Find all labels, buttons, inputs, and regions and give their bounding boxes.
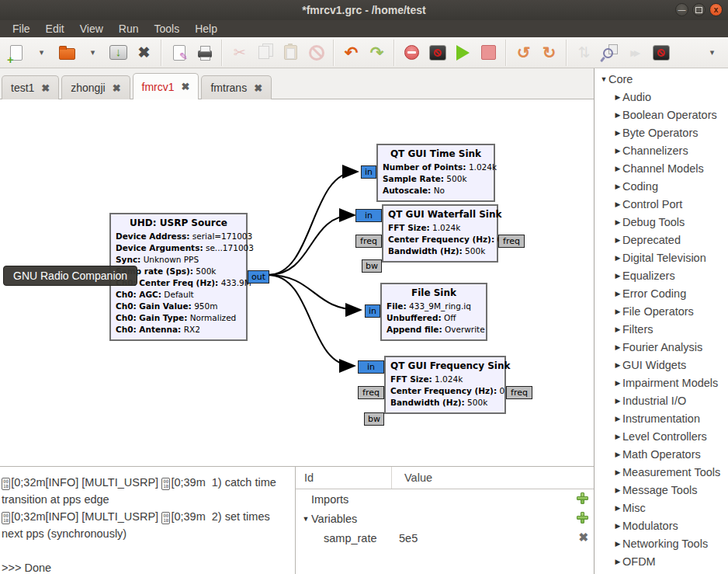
menu-help[interactable]: Help [187, 23, 225, 35]
expand-triangle-icon[interactable]: ▶ [613, 361, 622, 369]
copy-icon[interactable] [255, 42, 276, 64]
expand-triangle-icon[interactable]: ▶ [613, 451, 622, 458]
expand-triangle-icon[interactable]: ▶ [613, 308, 622, 315]
tree-category-core[interactable]: ▼Core [595, 70, 728, 88]
expand-triangle-icon[interactable]: ▶ [613, 165, 622, 172]
find-block-icon[interactable] [599, 42, 620, 64]
new-file-icon[interactable]: + [5, 42, 26, 64]
tree-category-ofdm[interactable]: ▶OFDM [595, 552, 728, 570]
paste-icon[interactable] [280, 42, 301, 64]
show-disabled-blocks-icon[interactable]: ▸▸ [625, 42, 646, 64]
generate-icon[interactable] [427, 42, 448, 64]
tree-category-gui-widgets[interactable]: ▶GUI Widgets [595, 356, 728, 374]
tree-category-filters[interactable]: ▶Filters [595, 320, 728, 338]
tree-category-industrial-i-o[interactable]: ▶Industrial I/O [595, 391, 728, 409]
variable-row-samp_rate[interactable]: samp_rate5e5✖ [296, 528, 594, 548]
tree-category-byte-operators[interactable]: ▶Byte Operators [595, 123, 728, 141]
expand-triangle-icon[interactable]: ▶ [613, 522, 622, 530]
tree-category-networking-tools[interactable]: ▶Networking Tools [595, 534, 728, 552]
close-tab-icon[interactable]: ✖ [182, 82, 190, 92]
tree-category-misc[interactable]: ▶Misc [595, 499, 728, 517]
expand-triangle-icon[interactable]: ▶ [613, 415, 622, 423]
tree-category-equalizers[interactable]: ▶Equalizers [595, 266, 728, 284]
collapse-triangle-icon[interactable]: ▼ [300, 515, 311, 523]
tree-category-fourier-analysis[interactable]: ▶Fourier Analysis [595, 338, 728, 356]
tree-category-measurement-tools[interactable]: ▶Measurement Tools [595, 463, 728, 481]
expand-triangle-icon[interactable]: ▶ [613, 236, 622, 244]
close-tab-icon[interactable]: ✖ [133, 42, 154, 64]
expand-triangle-icon[interactable]: ▶ [613, 325, 622, 333]
expand-triangle-icon[interactable]: ▶ [613, 379, 622, 387]
message-port-freq[interactable]: freq [498, 235, 525, 248]
redo-icon[interactable]: ↷ [366, 42, 387, 64]
flowgraph-canvas[interactable]: GNU Radio Companion UHD: USRP SourceDevi… [0, 99, 594, 466]
menu-edit[interactable]: Edit [38, 23, 72, 35]
tab-test1[interactable]: test1✖ [2, 75, 59, 99]
close-tab-icon[interactable]: ✖ [254, 83, 262, 93]
console-panel[interactable]: 001B[0;32m[INFO] [MULTI_USRP] 001B[0;39m… [0, 467, 295, 574]
tree-category-audio[interactable]: ▶Audio [595, 88, 728, 106]
maximize-icon[interactable] [692, 3, 705, 16]
screen-capture-icon[interactable]: ✎ [168, 42, 189, 64]
close-tab-icon[interactable]: ✖ [113, 83, 121, 93]
expand-triangle-icon[interactable]: ▶ [613, 468, 622, 476]
stream-in-port[interactable]: in [365, 304, 380, 318]
block-library-sidebar[interactable]: ▼Core▶Audio▶Boolean Operators▶Byte Opera… [594, 68, 728, 574]
save-icon[interactable]: ↓ [108, 42, 129, 64]
expand-triangle-icon[interactable]: ▶ [613, 504, 622, 512]
tree-category-level-controllers[interactable]: ▶Level Controllers [595, 427, 728, 445]
expand-triangle-icon[interactable]: ▶ [613, 433, 622, 440]
add-icon[interactable] [577, 512, 588, 526]
expand-triangle-icon[interactable]: ▶ [613, 111, 622, 119]
expand-triangle-icon[interactable]: ▶ [613, 183, 622, 190]
expand-triangle-icon[interactable]: ▶ [613, 540, 622, 548]
tree-category-control-port[interactable]: ▶Control Port [595, 195, 728, 213]
stream-in-port[interactable]: in [355, 209, 382, 222]
rotate-ccw-icon[interactable]: ↺ [513, 42, 534, 64]
kill-icon[interactable] [478, 42, 499, 64]
rotate-cw-icon[interactable]: ↻ [539, 42, 560, 64]
variables-panel[interactable]: Id Value Imports▼Variablessamp_rate5e5✖ [295, 467, 594, 574]
expand-triangle-icon[interactable]: ▶ [613, 200, 622, 208]
tree-category-impairment-models[interactable]: ▶Impairment Models [595, 374, 728, 391]
message-port-bw[interactable]: bw [362, 259, 382, 273]
tab-fmrcv1[interactable]: fmrcv1✖ [133, 73, 199, 99]
delete-icon[interactable] [306, 42, 327, 64]
tree-category-channel-models[interactable]: ▶Channel Models [595, 159, 728, 177]
flowgraph-errors-icon[interactable] [650, 42, 671, 64]
variable-row-variables[interactable]: ▼Variables [296, 509, 594, 528]
variable-row-imports[interactable]: Imports [296, 489, 594, 509]
menu-file[interactable]: File [5, 23, 38, 35]
tree-category-message-tools[interactable]: ▶Message Tools [595, 481, 728, 499]
tree-category-channelizers[interactable]: ▶Channelizers [595, 141, 728, 159]
expand-triangle-icon[interactable]: ▶ [613, 129, 622, 137]
expand-triangle-icon[interactable]: ▶ [613, 93, 622, 101]
tree-category-modulators[interactable]: ▶Modulators [595, 517, 728, 534]
message-port-freq[interactable]: freq [358, 386, 384, 399]
cut-icon[interactable]: ✂ [229, 42, 250, 64]
print-icon[interactable] [194, 42, 215, 64]
tree-category-deprecated[interactable]: ▶Deprecated [595, 231, 728, 249]
stream-out-port[interactable]: out [248, 270, 269, 284]
toolbar-overflow-icon[interactable]: ▾ [702, 42, 723, 64]
collapse-triangle-icon[interactable]: ▼ [599, 75, 608, 83]
expand-triangle-icon[interactable]: ▶ [613, 218, 622, 226]
errors-icon[interactable] [401, 42, 422, 64]
add-icon[interactable] [577, 492, 588, 506]
frequency-sink-block[interactable]: QT GUI Frequency SinkFFT Size: 1.024kCen… [384, 356, 506, 414]
stream-in-port[interactable]: in [358, 360, 384, 374]
undo-icon[interactable]: ↶ [341, 42, 362, 64]
message-port-freq[interactable]: freq [355, 235, 382, 248]
minimize-icon[interactable]: — [675, 3, 688, 16]
time-sink-block[interactable]: QT GUI Time SinkNumber of Points: 1.024k… [376, 144, 495, 202]
execute-icon[interactable] [452, 42, 473, 64]
expand-triangle-icon[interactable]: ▶ [613, 254, 622, 262]
new-file-dropdown[interactable]: ▾ [31, 42, 52, 64]
close-tab-icon[interactable]: ✖ [41, 83, 50, 93]
stream-in-port[interactable]: in [361, 165, 376, 179]
menu-run[interactable]: Run [111, 23, 147, 35]
tree-category-boolean-operators[interactable]: ▶Boolean Operators [595, 106, 728, 123]
expand-triangle-icon[interactable]: ▶ [613, 486, 622, 494]
menu-tools[interactable]: Tools [146, 23, 187, 35]
expand-triangle-icon[interactable]: ▶ [613, 558, 622, 565]
